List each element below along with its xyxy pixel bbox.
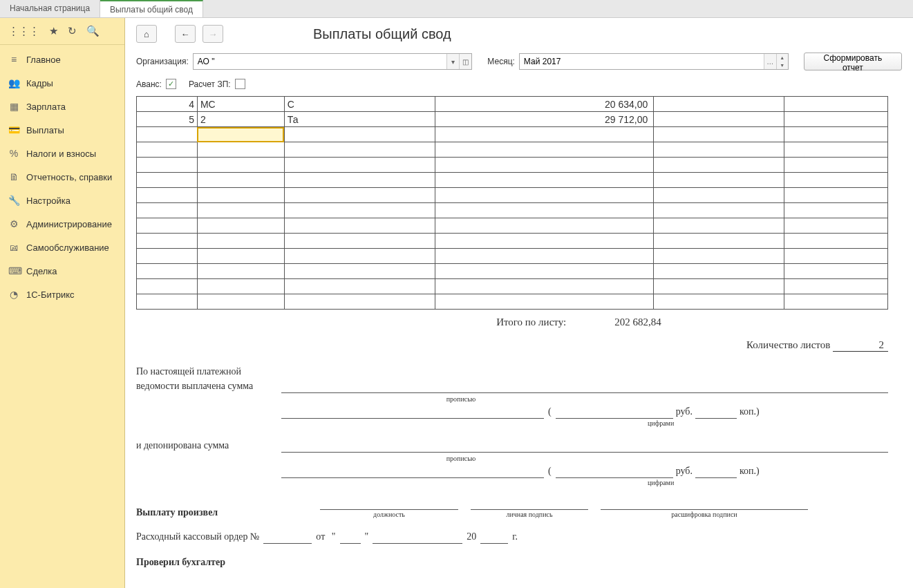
- cell-num[interactable]: [137, 279, 198, 294]
- cell-b[interactable]: [284, 218, 435, 234]
- cell-f[interactable]: [784, 234, 888, 249]
- cell-sum[interactable]: [435, 142, 654, 158]
- cell-num[interactable]: 5: [137, 112, 198, 127]
- cell-a[interactable]: [197, 173, 284, 188]
- tab-current[interactable]: Выплаты общий свод: [100, 0, 203, 17]
- cell-e[interactable]: [654, 279, 784, 294]
- cell-e[interactable]: [654, 218, 784, 234]
- cell-e[interactable]: [654, 158, 784, 173]
- cell-b[interactable]: [284, 249, 435, 264]
- cell-f[interactable]: [784, 249, 888, 264]
- cell-a[interactable]: [197, 218, 284, 234]
- sidebar-item-0[interactable]: ≡Главное: [0, 48, 124, 71]
- cell-a[interactable]: [197, 188, 284, 203]
- cell-f[interactable]: [784, 112, 888, 127]
- cell-f[interactable]: [784, 264, 888, 279]
- sidebar-item-2[interactable]: ▦Зарплата: [0, 95, 124, 118]
- cell-sum[interactable]: [435, 249, 654, 264]
- cell-f[interactable]: [784, 279, 888, 294]
- cell-num[interactable]: [137, 158, 198, 173]
- cell-num[interactable]: [137, 173, 198, 188]
- cell-a[interactable]: 2: [197, 112, 284, 127]
- generate-report-button[interactable]: Сформировать отчет: [804, 53, 902, 70]
- cell-a[interactable]: [197, 279, 284, 294]
- cell-b[interactable]: [284, 264, 435, 279]
- open-icon[interactable]: ◫: [459, 54, 471, 69]
- cell-sum[interactable]: [435, 127, 654, 142]
- cell-f[interactable]: [784, 127, 888, 142]
- cell-b[interactable]: Та: [284, 112, 435, 127]
- cell-e[interactable]: [654, 188, 784, 203]
- cell-num[interactable]: [137, 264, 198, 279]
- cell-num[interactable]: [137, 294, 198, 310]
- month-input[interactable]: [520, 57, 764, 66]
- cell-a[interactable]: [197, 127, 284, 142]
- org-input[interactable]: [194, 57, 447, 66]
- cell-sum[interactable]: 29 712,00: [435, 112, 654, 127]
- cell-a[interactable]: [197, 264, 284, 279]
- cell-num[interactable]: [137, 127, 198, 142]
- dropdown-icon[interactable]: ▾: [446, 54, 459, 69]
- cell-b[interactable]: [284, 127, 435, 142]
- cell-f[interactable]: [784, 142, 888, 158]
- cell-e[interactable]: [654, 142, 784, 158]
- history-icon[interactable]: ↻: [68, 25, 77, 37]
- back-button[interactable]: ←: [175, 25, 196, 43]
- cell-e[interactable]: [654, 294, 784, 310]
- cell-sum[interactable]: [435, 173, 654, 188]
- cell-f[interactable]: [784, 203, 888, 218]
- cell-sum[interactable]: [435, 158, 654, 173]
- sidebar-item-4[interactable]: %Налоги и взносы: [0, 142, 124, 165]
- cell-sum[interactable]: [435, 294, 654, 310]
- cell-f[interactable]: [784, 218, 888, 234]
- cell-b[interactable]: [284, 158, 435, 173]
- cell-sum[interactable]: [435, 264, 654, 279]
- cell-num[interactable]: [137, 203, 198, 218]
- sidebar-item-7[interactable]: ⚙Администрирование: [0, 212, 124, 236]
- cell-f[interactable]: [784, 173, 888, 188]
- cell-b[interactable]: [284, 188, 435, 203]
- ellipsis-icon[interactable]: …: [764, 54, 776, 69]
- cell-num[interactable]: [137, 249, 198, 264]
- cell-f[interactable]: [784, 294, 888, 310]
- sidebar-item-3[interactable]: 💳Выплаты: [0, 118, 124, 142]
- sidebar-item-6[interactable]: 🔧Настройка: [0, 189, 124, 212]
- cell-f[interactable]: [784, 97, 888, 112]
- cell-num[interactable]: [137, 188, 198, 203]
- cell-a[interactable]: [197, 234, 284, 249]
- cell-sum[interactable]: 20 634,00: [435, 97, 654, 112]
- cell-f[interactable]: [784, 158, 888, 173]
- cell-a[interactable]: [197, 142, 284, 158]
- search-icon[interactable]: 🔍: [86, 25, 100, 37]
- cell-e[interactable]: [654, 203, 784, 218]
- cell-e[interactable]: [654, 234, 784, 249]
- home-button[interactable]: ⌂: [136, 25, 157, 43]
- cell-e[interactable]: [654, 127, 784, 142]
- data-table[interactable]: 4МСС20 634,0052Та29 712,00: [136, 96, 888, 310]
- cell-f[interactable]: [784, 188, 888, 203]
- cell-a[interactable]: МС: [197, 97, 284, 112]
- cell-b[interactable]: [284, 142, 435, 158]
- cell-e[interactable]: [654, 112, 784, 127]
- month-stepper[interactable]: ▲▼: [776, 54, 788, 69]
- month-select[interactable]: … ▲▼: [519, 53, 789, 70]
- apps-icon[interactable]: ⋮⋮⋮: [8, 25, 39, 37]
- cell-sum[interactable]: [435, 218, 654, 234]
- cell-b[interactable]: С: [284, 97, 435, 112]
- cell-sum[interactable]: [435, 203, 654, 218]
- sidebar-item-1[interactable]: 👥Кадры: [0, 71, 124, 95]
- cell-sum[interactable]: [435, 188, 654, 203]
- sidebar-item-8[interactable]: 🖭Самообслуживание: [0, 236, 124, 259]
- cell-num[interactable]: [137, 234, 198, 249]
- raschet-checkbox[interactable]: [235, 79, 245, 89]
- cell-sum[interactable]: [435, 234, 654, 249]
- cell-b[interactable]: [284, 294, 435, 310]
- cell-sum[interactable]: [435, 279, 654, 294]
- tab-home[interactable]: Начальная страница: [0, 0, 100, 17]
- cell-num[interactable]: [137, 142, 198, 158]
- cell-a[interactable]: [197, 203, 284, 218]
- cell-b[interactable]: [284, 203, 435, 218]
- cell-e[interactable]: [654, 264, 784, 279]
- cell-a[interactable]: [197, 158, 284, 173]
- cell-e[interactable]: [654, 97, 784, 112]
